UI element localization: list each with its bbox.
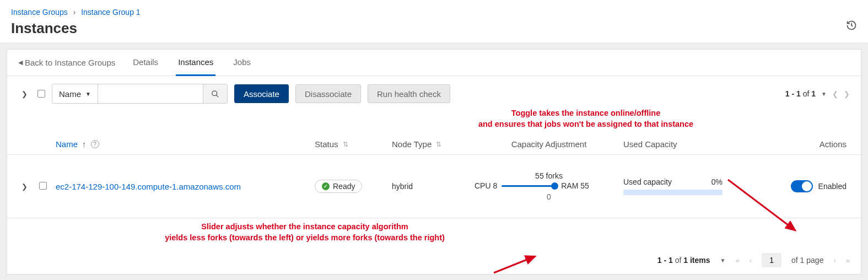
breadcrumb: Instance Groups › Instance Group 1 [11,8,857,17]
help-icon[interactable]: ? [91,140,99,148]
filter-field-label: Name [59,89,81,99]
col-status[interactable]: Status ⇅ [315,139,392,149]
tab-jobs[interactable]: Jobs [231,50,253,76]
slider-zero-label: 0 [547,192,551,201]
disassociate-button[interactable]: Disassociate [295,84,361,103]
run-health-check-button[interactable]: Run health check [368,84,450,103]
breadcrumb-root[interactable]: Instance Groups [11,8,68,17]
next-page-icon[interactable]: › [833,256,835,265]
tab-details[interactable]: Details [131,50,160,76]
back-link-label: Back to Instance Groups [25,58,115,67]
search-icon [211,90,219,98]
instance-name-link[interactable]: ec2-174-129-100-149.compute-1.amazonaws.… [56,182,241,191]
node-type-value: hybrid [392,182,475,191]
cpu-label: CPU 8 [475,181,497,190]
page-title: Instances [11,20,857,37]
caret-down-icon: ▼ [85,91,91,97]
caret-left-icon: ◀ [18,59,23,66]
annotation-slider: Slider adjusts whether the instance capa… [106,218,503,246]
status-text: Ready [333,182,355,191]
svg-line-1 [216,95,218,97]
used-capacity-cell: Used capacity 0% [623,177,742,195]
table-header: Name ↑ ? Status ⇅ Node Type ⇅ Capacity A… [7,134,861,155]
actions-cell: Enabled [742,180,850,192]
associate-button[interactable]: Associate [234,84,289,103]
prev-page-icon[interactable]: ❮ [832,90,838,98]
top-pager: 1 - 1 of 1 ▼ ❮ ❯ [785,89,850,98]
next-page-icon[interactable]: ❯ [844,90,850,98]
expand-row-icon[interactable]: ❯ [21,182,28,191]
table-row: ❯ ec2-174-129-100-149.compute-1.amazonaw… [7,155,861,218]
expand-all-icon[interactable]: ❯ [21,90,28,98]
breadcrumb-separator: › [73,8,76,17]
col-actions: Actions [742,139,850,149]
back-link[interactable]: ◀ Back to Instance Groups [18,50,115,75]
select-all-checkbox[interactable] [37,90,45,98]
status-badge: Ready [315,180,362,193]
enabled-label: Enabled [818,182,847,191]
tab-instances[interactable]: Instances [176,50,215,76]
capacity-cell: 55 forks CPU 8 RAM 55 0 [475,171,623,201]
filter-input[interactable] [98,84,203,103]
check-circle-icon [322,182,330,190]
footer-pager: 1 - 1 of 1 items ▼ « ‹ of 1 page › » [7,246,861,274]
history-icon[interactable] [846,20,857,34]
used-capacity-bar [623,190,723,195]
filter-group: Name ▼ [52,84,228,104]
row-checkbox[interactable] [39,182,47,190]
search-button[interactable] [203,84,227,103]
per-page-caret-icon[interactable]: ▼ [720,257,726,263]
svg-point-0 [212,90,217,95]
col-name[interactable]: Name ↑ ? [56,139,315,149]
annotation-toggle: Toggle takes the instance online/offline… [459,108,713,134]
last-page-icon[interactable]: » [846,256,850,265]
enabled-toggle[interactable] [791,180,813,192]
tab-bar: ◀ Back to Instance Groups Details Instan… [7,50,861,76]
breadcrumb-current[interactable]: Instance Group 1 [81,8,140,17]
col-node-type[interactable]: Node Type ⇅ [392,139,475,149]
filter-field-select[interactable]: Name ▼ [52,84,98,103]
page-input[interactable] [762,253,781,267]
sort-asc-icon: ↑ [82,139,87,149]
col-used-capacity: Used Capacity [623,139,742,149]
ram-label: RAM 55 [561,181,589,190]
page-suffix: of 1 page [791,256,823,265]
sort-icon: ⇅ [436,141,441,148]
prev-page-icon[interactable]: ‹ [750,256,752,265]
per-page-caret-icon[interactable]: ▼ [821,91,827,97]
sort-icon: ⇅ [343,141,348,148]
used-label: Used capacity [623,177,672,186]
footer-items-count: 1 - 1 of 1 items [657,256,710,265]
first-page-icon[interactable]: « [735,256,739,265]
capacity-slider[interactable] [502,182,557,190]
forks-label: 55 forks [535,171,563,180]
top-pager-count: 1 - 1 of 1 [785,89,816,98]
used-percent: 0% [711,177,723,186]
toolbar: ❯ Name ▼ Associate Disassociate Run heal… [7,76,861,111]
col-capacity: Capacity Adjustment [475,139,623,149]
